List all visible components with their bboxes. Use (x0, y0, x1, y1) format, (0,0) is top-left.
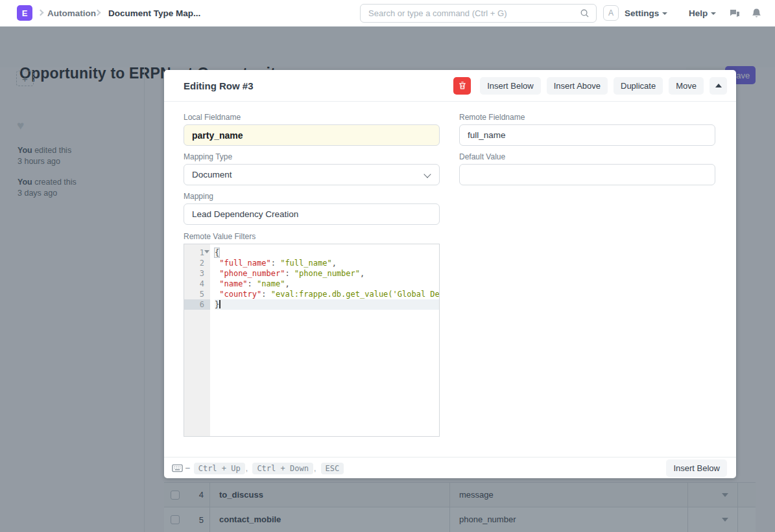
navbar: E Automation Document Type Map... A Sett… (0, 0, 775, 27)
code-line-number: 6 (184, 299, 210, 310)
mapping-type-label: Mapping Type (184, 152, 232, 161)
avatar[interactable]: A (603, 5, 619, 21)
trash-icon (458, 81, 467, 90)
code-line-number: 5 (184, 289, 210, 299)
edit-row-header: Editing Row #3 Insert Below Insert Above… (164, 70, 736, 102)
search-input[interactable] (368, 5, 576, 22)
caret-down-icon (662, 12, 667, 15)
code-token: "phone_number" (219, 269, 285, 278)
code-token: "name" (219, 279, 247, 288)
code-line-number: 4 (184, 279, 210, 289)
code-line-number: 3 (184, 268, 210, 279)
breadcrumb-automation[interactable]: Automation (47, 8, 96, 18)
code-gutter: 123456 (184, 244, 210, 436)
delete-row-button[interactable] (453, 77, 471, 95)
mapping-label: Mapping (184, 192, 213, 201)
caret-down-icon (711, 12, 716, 15)
code-token: , (332, 259, 337, 268)
code-token: { (215, 248, 219, 257)
code-line[interactable]: "phone_number": "phone_number", (215, 268, 439, 279)
code-token: : (271, 259, 280, 268)
insert-above-button[interactable]: Insert Above (547, 77, 608, 95)
search-icon (580, 8, 590, 18)
chevron-down-icon (423, 170, 431, 178)
code-token: "full_name" (219, 259, 270, 268)
text-cursor (219, 300, 221, 308)
code-line[interactable]: "full_name": "full_name", (215, 258, 439, 268)
shortcut-separator: , (246, 464, 250, 473)
mapping-type-select[interactable]: Document (184, 164, 440, 185)
breadcrumb-chevron-icon (38, 10, 44, 16)
code-token: : (261, 290, 270, 299)
fold-caret-icon[interactable] (204, 250, 209, 253)
code-line[interactable]: { (215, 248, 439, 258)
move-button[interactable]: Move (669, 77, 704, 95)
collapse-row-button[interactable] (709, 77, 727, 95)
code-line[interactable]: "name": "name", (215, 279, 439, 289)
insert-below-top-button[interactable]: Insert Below (480, 77, 541, 95)
help-menu[interactable]: Help (689, 8, 716, 18)
duplicate-button[interactable]: Duplicate (614, 77, 663, 95)
code-token: : (285, 269, 294, 278)
chat-icon[interactable] (729, 8, 741, 19)
remote-value-filters-editor[interactable]: 123456 { "full_name": "full_name", "phon… (184, 244, 440, 437)
code-token: , (285, 279, 289, 288)
insert-below-footer-button[interactable]: Insert Below (666, 459, 727, 477)
code-token: , (360, 269, 364, 278)
kbd-shortcut: Ctrl + Up (194, 463, 245, 474)
collapse-triangle-icon (715, 84, 722, 87)
edit-row-title: Editing Row #3 (184, 80, 453, 91)
code-token: "country" (219, 290, 261, 299)
remote-fieldname-input[interactable] (459, 124, 715, 146)
shortcut-separator: , (314, 464, 318, 473)
edit-row-footer: – Ctrl + Up, Ctrl + Down, ESC Insert Bel… (164, 457, 736, 478)
code-line[interactable]: "country": "eval:frappe.db.get_value('Gl… (215, 289, 439, 299)
global-search[interactable] (360, 4, 597, 23)
default-value-input[interactable] (459, 164, 715, 185)
code-token: "full_name" (280, 259, 331, 268)
settings-menu[interactable]: Settings (625, 8, 667, 18)
code-token: "name" (257, 279, 285, 288)
local-fieldname-label: Local Fieldname (184, 113, 241, 122)
dash-separator: – (185, 463, 190, 472)
edit-row-modal: Editing Row #3 Insert Below Insert Above… (164, 70, 736, 478)
bell-icon[interactable] (751, 8, 762, 19)
breadcrumb-doctype-map[interactable]: Document Type Map... (108, 8, 200, 18)
kbd-shortcut: Ctrl + Down (252, 463, 313, 474)
default-value-label: Default Value (459, 152, 505, 161)
keyboard-shortcuts: Ctrl + Up, Ctrl + Down, ESC (194, 462, 344, 474)
code-line-number: 1 (184, 248, 210, 258)
code-line-number: 2 (184, 258, 210, 268)
mapping-input[interactable] (184, 203, 440, 225)
remote-fieldname-label: Remote Fieldname (459, 113, 525, 122)
code-token: "eval:frappe.db.get_value('Global Def (271, 290, 439, 299)
erpnext-logo[interactable]: E (17, 5, 32, 21)
code-line[interactable]: } (215, 299, 439, 310)
code-content[interactable]: { "full_name": "full_name", "phone_numbe… (210, 244, 439, 436)
code-token: "phone_number" (294, 269, 360, 278)
keyboard-icon (172, 464, 183, 472)
kbd-shortcut: ESC (321, 463, 344, 474)
code-token: : (248, 279, 257, 288)
code-token: } (215, 300, 219, 309)
local-fieldname-input[interactable] (184, 124, 440, 146)
remote-value-filters-label: Remote Value Filters (184, 232, 256, 241)
edit-row-actions: Insert Below Insert Above Duplicate Move (453, 77, 727, 95)
